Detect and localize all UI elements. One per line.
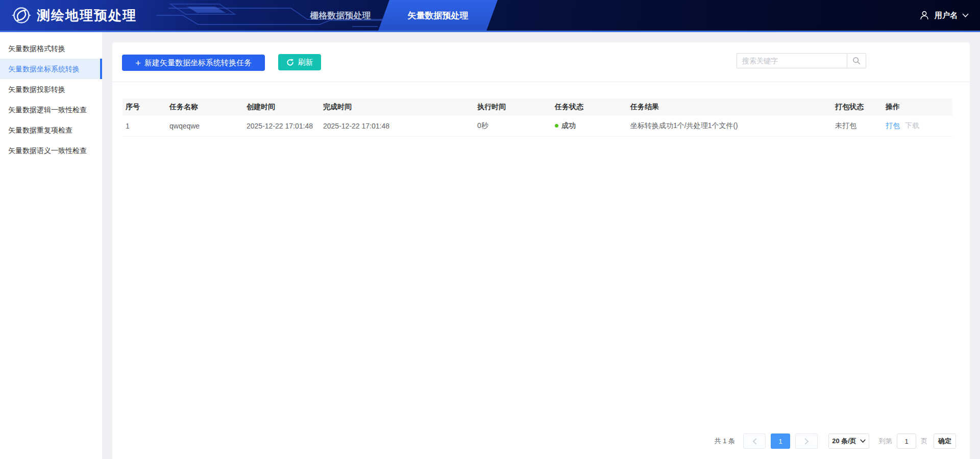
column-header-created-time: 创建时间: [243, 98, 320, 116]
column-header-index: 序号: [122, 98, 166, 116]
search-group: [737, 53, 866, 68]
task-table: 序号 任务名称 创建时间 完成时间 执行时间 任务状态 任务结果 打包状态 操作…: [122, 98, 952, 137]
chevron-down-icon: [962, 13, 969, 18]
goto-page-input[interactable]: [897, 434, 916, 449]
app-title: 测绘地理预处理: [37, 7, 137, 24]
table-header-row: 序号 任务名称 创建时间 完成时间 执行时间 任务状态 任务结果 打包状态 操作: [122, 98, 952, 116]
sidebar-item-duplicate-check[interactable]: 矢量数据重复项检查: [0, 120, 102, 140]
column-header-task-name: 任务名称: [166, 98, 243, 116]
toolbar: + 新建矢量数据坐标系统转换任务 刷新: [112, 42, 970, 82]
app-header: 测绘地理预处理 栅格数据预处理 矢量数据预处理 用户名: [0, 0, 980, 32]
sidebar-item-semantic-consistency-check[interactable]: 矢量数据语义一致性检查: [0, 140, 102, 161]
status-label: 成功: [561, 121, 576, 130]
task-panel: + 新建矢量数据坐标系统转换任务 刷新: [112, 42, 970, 459]
goto-page-suffix: 页: [921, 437, 927, 446]
pagination-next-button[interactable]: [795, 434, 818, 449]
pagination-prev-button[interactable]: [743, 434, 766, 449]
tab-vector-preprocessing[interactable]: 矢量数据预处理: [384, 0, 492, 31]
app-logo: 测绘地理预处理: [11, 0, 137, 31]
search-input[interactable]: [737, 53, 847, 68]
sidebar: 矢量数据格式转换 矢量数据坐标系统转换 矢量数据投影转换 矢量数据逻辑一致性检查…: [0, 32, 102, 459]
table-row: 1 qwqeqwe 2025-12-22 17:01:48 2025-12-22…: [122, 116, 952, 136]
refresh-icon: [286, 59, 294, 66]
tab-raster-preprocessing[interactable]: 栅格数据预处理: [289, 0, 391, 31]
column-header-package-status: 打包状态: [832, 98, 883, 116]
goto-confirm-button[interactable]: 确定: [934, 434, 956, 449]
cell-duration: 0秒: [474, 116, 552, 136]
column-header-actions: 操作: [883, 98, 952, 116]
goto-page-prefix: 到第: [879, 437, 892, 446]
pagination-page-1[interactable]: 1: [771, 434, 790, 449]
column-header-result: 任务结果: [627, 98, 832, 116]
page-size-select[interactable]: 20 条/页: [828, 434, 869, 449]
sidebar-item-coordinate-system-conversion[interactable]: 矢量数据坐标系统转换: [0, 59, 102, 79]
refresh-button-label: 刷新: [298, 58, 313, 67]
cell-task-name: qwqeqwe: [166, 116, 243, 136]
sidebar-item-projection-conversion[interactable]: 矢量数据投影转换: [0, 79, 102, 99]
select-chevron-down-icon: [860, 439, 866, 443]
refresh-button[interactable]: 刷新: [278, 54, 321, 70]
user-menu[interactable]: 用户名: [919, 0, 969, 31]
package-link[interactable]: 打包: [886, 121, 900, 130]
download-link: 下载: [905, 121, 919, 130]
cell-result: 坐标转换成功1个/共处理1个文件(): [627, 116, 832, 136]
pagination: 共 1 条 1 20 条/页 到第 页 确定: [715, 434, 956, 449]
cell-package-status: 未打包: [832, 116, 883, 136]
sidebar-item-logical-consistency-check[interactable]: 矢量数据逻辑一致性检查: [0, 99, 102, 120]
cell-index: 1: [122, 116, 166, 136]
user-icon: [919, 10, 930, 21]
chevron-left-icon: [752, 438, 757, 445]
cell-created-time: 2025-12-22 17:01:48: [243, 116, 320, 136]
cell-actions: 打包下载: [883, 116, 952, 136]
search-button[interactable]: [847, 53, 866, 68]
plus-icon: +: [135, 58, 141, 68]
cell-finished-time: 2025-12-22 17:01:48: [320, 116, 474, 136]
pagination-total: 共 1 条: [715, 437, 735, 446]
column-header-finished-time: 完成时间: [320, 98, 474, 116]
search-icon: [852, 57, 861, 65]
cell-status: 成功: [552, 116, 627, 136]
username-label: 用户名: [935, 11, 958, 20]
logo-icon: [11, 5, 32, 26]
status-dot-icon: [555, 124, 558, 128]
sidebar-item-format-conversion[interactable]: 矢量数据格式转换: [0, 38, 102, 59]
column-header-duration: 执行时间: [474, 98, 552, 116]
new-task-button[interactable]: + 新建矢量数据坐标系统转换任务: [122, 55, 265, 71]
column-header-status: 任务状态: [552, 98, 627, 116]
main-content: + 新建矢量数据坐标系统转换任务 刷新: [102, 32, 980, 459]
chevron-right-icon: [804, 438, 809, 445]
page-size-label: 20 条/页: [832, 437, 856, 446]
new-task-button-label: 新建矢量数据坐标系统转换任务: [144, 58, 252, 68]
